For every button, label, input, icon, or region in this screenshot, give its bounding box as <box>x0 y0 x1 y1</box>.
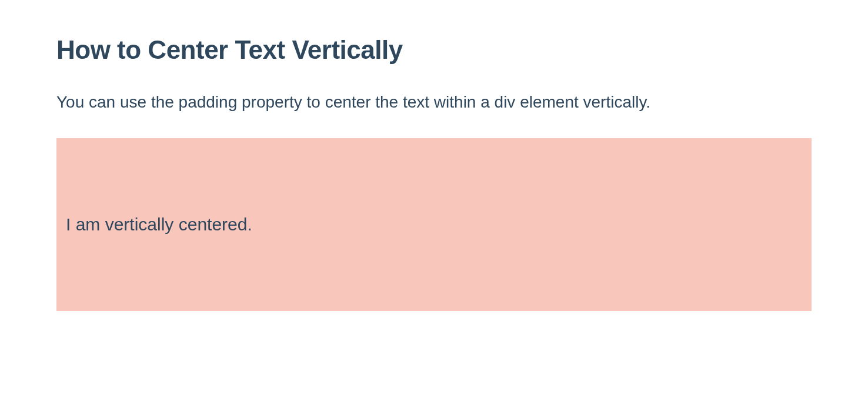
demo-text: I am vertically centered. <box>66 215 252 234</box>
description-text: You can use the padding property to cent… <box>56 91 703 115</box>
page-title: How to Center Text Vertically <box>56 35 812 65</box>
demo-box: I am vertically centered. <box>56 138 812 311</box>
